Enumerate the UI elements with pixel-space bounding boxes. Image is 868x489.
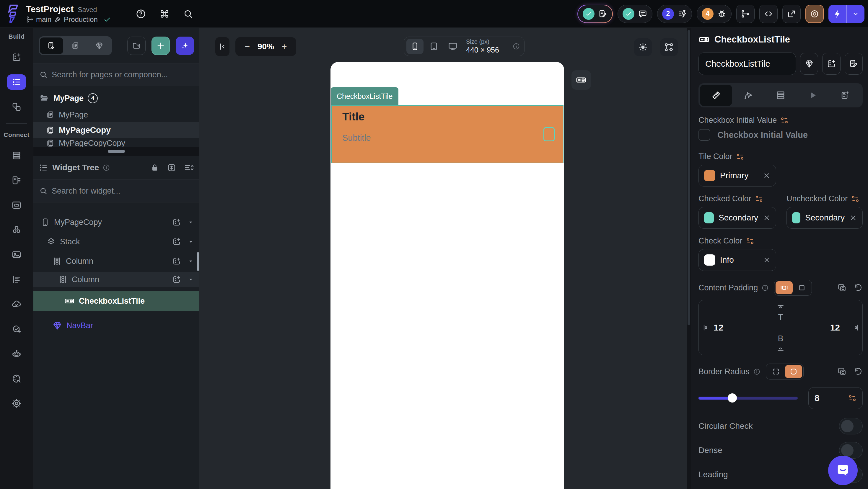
tree-node-checkboxlisttile[interactable]: CheckboxListTile bbox=[33, 291, 199, 311]
collapse-panel-button[interactable] bbox=[215, 37, 229, 56]
radius-corners-mode[interactable] bbox=[767, 365, 784, 378]
rail-item-tests[interactable] bbox=[7, 321, 26, 337]
canvas-settings-button[interactable] bbox=[660, 38, 678, 56]
set-from-variable-icon[interactable] bbox=[755, 195, 763, 203]
close-icon[interactable] bbox=[763, 214, 771, 222]
rail-item-media[interactable] bbox=[7, 247, 26, 262]
preview-button[interactable] bbox=[805, 5, 824, 23]
add-page-button[interactable] bbox=[152, 37, 170, 55]
reset-icon[interactable] bbox=[853, 283, 863, 292]
wrap-widget-button[interactable] bbox=[822, 53, 840, 75]
widget-name-input[interactable] bbox=[699, 53, 796, 75]
deploy-menu-button[interactable] bbox=[847, 5, 864, 23]
add-child-widget-icon[interactable] bbox=[172, 257, 181, 266]
selected-widget-chip[interactable] bbox=[571, 70, 591, 90]
pages-search-input[interactable] bbox=[52, 70, 193, 79]
global-search-button[interactable] bbox=[182, 7, 195, 20]
set-from-variable-icon[interactable] bbox=[851, 195, 860, 203]
padding-left-icon[interactable] bbox=[701, 323, 710, 332]
rail-item-settings[interactable] bbox=[7, 396, 26, 411]
branch-button[interactable] bbox=[736, 5, 754, 23]
radius-all-mode[interactable] bbox=[785, 365, 802, 378]
tree-node-column-2[interactable]: Column bbox=[33, 272, 199, 287]
ai-generate-button[interactable] bbox=[176, 37, 194, 55]
view-code-button[interactable] bbox=[759, 5, 778, 23]
reset-icon[interactable] bbox=[853, 367, 863, 376]
rail-item-database[interactable] bbox=[7, 148, 26, 163]
widget-search-input[interactable] bbox=[52, 187, 193, 196]
tile-color-chip[interactable]: Primary bbox=[699, 165, 776, 187]
checked-color-chip[interactable]: Secondary bbox=[699, 207, 776, 229]
device-desktop-button[interactable] bbox=[444, 39, 461, 54]
share-button[interactable] bbox=[782, 5, 801, 23]
unchecked-color-chip[interactable]: Secondary bbox=[786, 207, 863, 229]
rail-item-custom-code[interactable] bbox=[7, 272, 26, 287]
tab-properties[interactable] bbox=[700, 85, 732, 106]
copy-icon[interactable] bbox=[837, 367, 847, 376]
set-from-variable-icon[interactable] bbox=[746, 237, 754, 245]
tree-node-navbar[interactable]: NavBar bbox=[33, 318, 199, 333]
node-menu-caret-icon[interactable] bbox=[188, 219, 194, 225]
node-menu-caret-icon[interactable] bbox=[188, 258, 194, 264]
set-from-variable-icon[interactable] bbox=[848, 394, 857, 402]
node-menu-caret-icon[interactable] bbox=[188, 276, 194, 283]
filter-components-tab[interactable] bbox=[87, 37, 111, 54]
add-folder-button[interactable] bbox=[127, 37, 146, 55]
support-chat-button[interactable] bbox=[828, 456, 858, 485]
check-color-chip[interactable]: Info bbox=[699, 249, 776, 271]
tab-actions[interactable] bbox=[732, 85, 764, 106]
rail-item-add-widget[interactable] bbox=[7, 50, 26, 65]
padding-right-value[interactable]: 12 bbox=[830, 323, 840, 333]
expand-tree-icon[interactable] bbox=[167, 163, 176, 172]
checkbox-initial-value-checkbox[interactable] bbox=[699, 129, 710, 141]
slider-thumb[interactable] bbox=[728, 393, 737, 402]
inspector-scrollbar-track[interactable] bbox=[687, 28, 691, 489]
environment-name[interactable]: Production bbox=[64, 15, 98, 24]
rail-item-widget-tree[interactable] bbox=[7, 74, 26, 90]
filter-pages-tab[interactable] bbox=[64, 37, 87, 54]
rail-item-components[interactable] bbox=[7, 99, 26, 115]
add-child-widget-icon[interactable] bbox=[172, 275, 181, 284]
padding-sides-mode[interactable] bbox=[776, 281, 793, 294]
border-radius-input[interactable] bbox=[814, 393, 838, 403]
lock-icon[interactable] bbox=[150, 163, 159, 172]
checkbox-list-tile-widget[interactable]: Title Subtitle bbox=[331, 105, 563, 163]
close-icon[interactable] bbox=[763, 256, 771, 264]
set-from-variable-icon[interactable] bbox=[736, 153, 744, 161]
copy-icon[interactable] bbox=[837, 283, 847, 292]
page-item[interactable]: MyPage bbox=[33, 107, 199, 122]
filter-all-tab[interactable] bbox=[40, 37, 63, 54]
padding-left-value[interactable]: 12 bbox=[714, 323, 723, 333]
actions-status-badge[interactable]: 2 bbox=[657, 5, 692, 23]
device-phone-button[interactable] bbox=[406, 39, 424, 54]
rail-item-api[interactable] bbox=[7, 173, 26, 188]
rail-item-integrations[interactable] bbox=[7, 222, 26, 237]
page-item-selected[interactable]: MyPageCopy bbox=[33, 122, 199, 138]
zoom-in-button[interactable]: + bbox=[282, 42, 287, 52]
branch-name[interactable]: main bbox=[36, 15, 52, 24]
tree-node-column[interactable]: Column bbox=[33, 254, 199, 269]
light-mode-button[interactable] bbox=[634, 38, 652, 56]
deploy-button[interactable] bbox=[829, 5, 864, 23]
node-menu-caret-icon[interactable] bbox=[188, 238, 194, 245]
zoom-out-button[interactable]: − bbox=[245, 42, 250, 52]
tile-checkbox[interactable] bbox=[544, 127, 555, 141]
convert-to-component-button[interactable] bbox=[800, 53, 818, 75]
padding-top-icon[interactable] bbox=[776, 302, 785, 311]
tab-animations[interactable] bbox=[797, 85, 829, 106]
rail-item-cloud-functions[interactable] bbox=[7, 297, 26, 312]
close-icon[interactable] bbox=[763, 172, 771, 180]
panel-scrollbar[interactable] bbox=[197, 252, 199, 271]
panel-resize-handle[interactable] bbox=[33, 147, 199, 156]
tree-node-page[interactable]: MyPageCopy bbox=[33, 215, 199, 230]
padding-bottom-icon[interactable] bbox=[776, 345, 785, 353]
close-icon[interactable] bbox=[849, 214, 857, 222]
tab-tests[interactable] bbox=[829, 85, 861, 106]
padding-all-mode[interactable] bbox=[793, 281, 810, 294]
rail-item-storage[interactable] bbox=[7, 197, 26, 213]
device-tablet-button[interactable] bbox=[425, 39, 442, 54]
tree-node-stack[interactable]: Stack bbox=[33, 234, 199, 249]
padding-right-icon[interactable] bbox=[852, 323, 861, 332]
border-radius-slider[interactable] bbox=[699, 397, 798, 399]
rail-item-ai-agent[interactable] bbox=[7, 346, 26, 361]
